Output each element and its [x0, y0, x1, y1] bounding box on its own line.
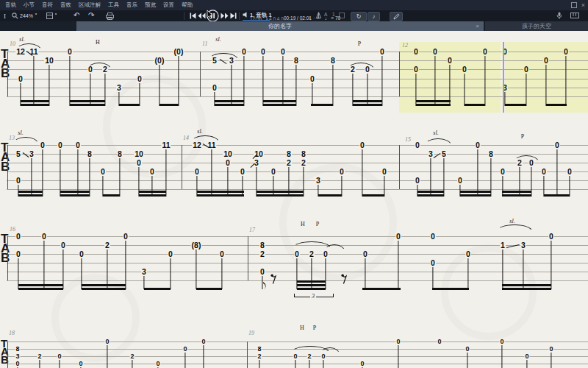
tab-note[interactable]: 0: [225, 159, 231, 167]
tab-note[interactable]: 0: [182, 346, 187, 353]
tab-note[interactable]: 0: [78, 361, 83, 367]
tab-note[interactable]: 0: [500, 168, 506, 176]
tab-note[interactable]: 0: [219, 250, 225, 258]
tab-note[interactable]: 0: [548, 233, 554, 241]
tab-note[interactable]: 2: [257, 353, 262, 360]
tab-note[interactable]: 0: [430, 233, 436, 241]
menu-item[interactable]: 音效: [57, 0, 75, 10]
tab-note[interactable]: 0: [79, 250, 85, 258]
tab-note[interactable]: 3: [29, 150, 35, 158]
tab-inactive-document[interactable]: 孩子的天空: [485, 21, 588, 31]
tab-note[interactable]: 0: [379, 48, 385, 56]
redo-icon[interactable]: ↷: [88, 11, 94, 19]
tab-note[interactable]: 2: [129, 353, 135, 360]
fullscreen-icon[interactable]: [571, 2, 577, 8]
tab-note[interactable]: 0: [100, 168, 106, 176]
tab-note[interactable]: 0: [457, 177, 463, 185]
undo-icon[interactable]: ↶: [74, 11, 79, 19]
menu-item[interactable]: 帮助: [178, 0, 196, 10]
tab-note[interactable]: 0: [136, 159, 142, 167]
tab-note[interactable]: 0: [57, 141, 63, 149]
tab-note[interactable]: 8: [15, 346, 20, 353]
tab-note[interactable]: 0: [415, 141, 420, 149]
tab-note[interactable]: 1: [500, 241, 506, 250]
zoom-value[interactable]: 244%: [20, 13, 33, 18]
tab-note[interactable]: 8: [259, 241, 265, 250]
tab-note[interactable]: 8: [117, 150, 123, 158]
tab-note[interactable]: 0: [241, 48, 247, 56]
tab-note[interactable]: 2: [306, 353, 312, 360]
tab-note[interactable]: 0: [395, 233, 401, 241]
tab-note[interactable]: 0: [359, 141, 365, 149]
tab-note[interactable]: 0: [395, 339, 401, 345]
tab-note[interactable]: 2: [301, 159, 306, 167]
tab-note[interactable]: 0: [240, 168, 245, 176]
tab-note[interactable]: 0: [563, 48, 569, 56]
tab-note[interactable]: 8: [87, 150, 93, 158]
tab-note[interactable]: 0: [201, 339, 206, 345]
tab-note[interactable]: 0: [155, 361, 160, 367]
tab-note[interactable]: 0: [40, 141, 46, 149]
tab-note[interactable]: 0: [413, 66, 419, 74]
tab-note[interactable]: 10: [223, 150, 233, 158]
tab-note[interactable]: 0: [524, 353, 529, 360]
tab-note[interactable]: 0: [554, 141, 560, 149]
tab-note[interactable]: 0: [482, 48, 488, 56]
tab-note[interactable]: 0: [499, 339, 504, 345]
loop-button[interactable]: ↻: [351, 12, 367, 21]
tab-note[interactable]: 0: [15, 361, 20, 367]
tab-note[interactable]: 10: [134, 150, 144, 158]
tab-note[interactable]: (0): [173, 48, 184, 56]
tab-note[interactable]: 0: [339, 168, 345, 176]
tab-note[interactable]: 8: [286, 150, 292, 158]
tab-note[interactable]: 10: [44, 57, 54, 65]
tab-note[interactable]: 0: [293, 353, 298, 360]
menu-item[interactable]: 工具: [104, 0, 123, 10]
menu-item[interactable]: 音符: [38, 0, 57, 10]
tempo-indicator[interactable]: ♩ = 70: [325, 15, 340, 21]
tab-note[interactable]: 5: [441, 150, 447, 158]
tab-note[interactable]: 8: [301, 150, 306, 158]
tab-note[interactable]: 8: [488, 150, 494, 158]
tab-note[interactable]: 0: [523, 66, 529, 74]
tab-note[interactable]: 0: [260, 48, 266, 56]
tab-note[interactable]: 2: [309, 250, 315, 258]
tab-note[interactable]: 0: [543, 57, 549, 65]
tab-note[interactable]: 0: [465, 346, 470, 353]
note-duration-button[interactable]: ♪: [368, 12, 380, 21]
tab-note[interactable]: 0: [475, 141, 481, 149]
tab-note[interactable]: 0: [137, 75, 143, 83]
tab-note[interactable]: 0: [447, 57, 453, 65]
tab-note[interactable]: 0: [415, 177, 420, 185]
menu-item[interactable]: 音轨: [1, 0, 20, 10]
close-window-icon[interactable]: ×: [581, 0, 585, 10]
tab-note[interactable]: 0: [123, 233, 129, 241]
menu-item[interactable]: 区域注解: [75, 0, 104, 10]
tab-note[interactable]: 0: [75, 141, 81, 149]
tab-note[interactable]: 0: [437, 339, 442, 345]
tab-note[interactable]: 0: [104, 339, 110, 345]
tab-note[interactable]: 0: [462, 66, 467, 74]
tab-note[interactable]: 0: [194, 168, 200, 176]
score-page[interactable]: TAB101112121101000230(0)(0)5300008082000…: [0, 31, 588, 368]
tab-note[interactable]: 0: [309, 75, 315, 83]
tab-note[interactable]: 3: [15, 353, 20, 360]
menu-item[interactable]: 小节: [20, 0, 38, 10]
tab-note[interactable]: 0: [259, 268, 265, 276]
tab-note[interactable]: 0: [67, 48, 73, 56]
menu-item[interactable]: 设置: [159, 0, 178, 10]
tab-note[interactable]: 0: [18, 75, 24, 83]
tab-note[interactable]: 0: [57, 353, 62, 360]
tab-note[interactable]: 0: [430, 259, 436, 267]
tab-note[interactable]: 0: [541, 168, 547, 176]
tab-note[interactable]: 0: [548, 346, 553, 353]
tab-note[interactable]: 0: [465, 250, 471, 258]
tab-note[interactable]: 11: [161, 141, 171, 149]
tab-note[interactable]: (0): [154, 57, 165, 65]
tab-note[interactable]: 0: [359, 361, 365, 367]
tab-note[interactable]: 0: [60, 241, 66, 250]
tab-note[interactable]: 0: [294, 250, 300, 258]
tab-note[interactable]: 3: [141, 268, 147, 276]
menu-item[interactable]: 预览: [141, 0, 159, 10]
tab-note[interactable]: 0: [168, 250, 173, 258]
